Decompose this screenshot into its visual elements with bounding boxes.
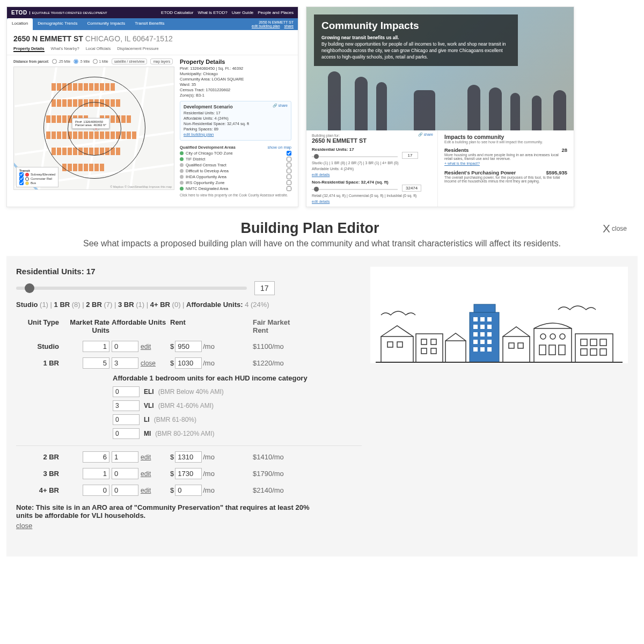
ru-value[interactable]: 17 (254, 281, 275, 295)
svg-rect-26 (503, 336, 530, 362)
svg-point-30 (540, 334, 546, 339)
bp-au-edit[interactable]: edit details (312, 173, 432, 177)
svg-rect-22 (487, 340, 492, 344)
mr-input[interactable]: 1 (83, 468, 109, 479)
editor-close[interactable]: X close (603, 222, 627, 235)
hero-title: Community Impacts (321, 20, 510, 32)
legend-bus[interactable] (19, 181, 24, 185)
legend-rail[interactable] (19, 177, 24, 181)
layers-toggle[interactable]: map layers (150, 58, 173, 64)
mr-input[interactable]: 6 (83, 451, 109, 463)
qda-check-4[interactable] (287, 174, 291, 179)
editor-title: Building Plan Editor (240, 220, 379, 237)
unit-row-4BR: 4+ BR 0 0edit $0/mo $2140/mo (16, 485, 362, 496)
assessor-link[interactable]: Click here to view this property on the … (180, 193, 291, 197)
nav-what[interactable]: What is ETOD? (197, 10, 227, 15)
svg-rect-20 (473, 340, 478, 344)
svg-rect-33 (539, 345, 546, 355)
app-logo: ETOD (11, 10, 27, 16)
rent-input[interactable]: 1310 (175, 451, 202, 463)
dev-share[interactable]: 🔗 share (273, 104, 288, 108)
svg-rect-27 (509, 343, 514, 348)
tab-community[interactable]: Community Impacts (83, 18, 130, 30)
au-input[interactable]: 0 (112, 485, 138, 496)
au-edit-link[interactable]: edit (141, 343, 151, 350)
building-plan-editor: Building Plan Editor X close See what im… (6, 220, 638, 557)
qda-check-0[interactable] (287, 151, 291, 156)
au-input[interactable]: 1 (112, 451, 138, 463)
hud-input[interactable]: 0 (113, 414, 140, 425)
editor-close-link[interactable]: close (16, 522, 32, 530)
tab-location[interactable]: Location (7, 18, 33, 30)
svg-rect-36 (575, 334, 613, 362)
bp-ru-slider[interactable] (312, 156, 398, 157)
qda-check-5[interactable] (287, 180, 291, 185)
au-input[interactable]: 0 (112, 468, 138, 479)
svg-rect-12 (480, 317, 485, 321)
rent-input[interactable]: 1730 (175, 468, 202, 479)
hud-input[interactable]: 0 (113, 428, 140, 439)
svg-rect-21 (480, 340, 485, 344)
svg-rect-11 (473, 317, 478, 321)
rent-input[interactable]: 950 (175, 341, 202, 352)
ptab-displacement[interactable]: Displacement Pressure (117, 46, 159, 52)
ru-slider[interactable] (16, 287, 247, 290)
bp-share[interactable]: 🔗 share (418, 133, 433, 137)
svg-rect-18 (480, 332, 485, 336)
nav-calc[interactable]: ETOD Calculator (161, 10, 193, 15)
bp-nrs-slider[interactable] (312, 189, 398, 190)
mr-input[interactable]: 5 (83, 357, 109, 369)
qda-check-2[interactable] (287, 163, 291, 167)
tab-demographics[interactable]: Demographic Trends (33, 18, 82, 30)
au-edit-link[interactable]: edit (141, 487, 151, 494)
svg-rect-24 (480, 347, 485, 352)
details-title: Property Details (180, 58, 291, 65)
au-edit-link[interactable]: edit (141, 470, 151, 478)
mr-input[interactable]: 1 (83, 341, 109, 352)
share-link[interactable]: share (284, 24, 294, 28)
qda-check-6[interactable] (287, 186, 291, 191)
svg-rect-40 (581, 349, 587, 355)
edit-plan-link[interactable]: edit building plan (252, 24, 280, 28)
mr-input[interactable]: 0 (83, 485, 109, 496)
top-nav: ETOD Calculator What is ETOD? User Guide… (161, 10, 294, 15)
svg-rect-34 (549, 345, 555, 355)
au-edit-link[interactable]: close (141, 360, 156, 367)
radius-1[interactable]: 1 Mile (93, 59, 108, 64)
hud-input[interactable]: 0 (113, 386, 140, 397)
rent-input[interactable]: 1030 (175, 357, 202, 369)
nav-guide[interactable]: User Guide (232, 10, 253, 15)
rent-input[interactable]: 0 (175, 485, 202, 496)
legend-subway[interactable] (19, 172, 24, 177)
au-input[interactable]: 3 (112, 357, 138, 369)
svg-rect-8 (445, 341, 466, 362)
ptab-officials[interactable]: Local Officials (86, 46, 111, 52)
map-popup: Pin#: 13264080450 Parcel area: 46392 ft² (72, 118, 109, 129)
svg-rect-1 (387, 342, 393, 347)
qda-check-3[interactable] (287, 169, 291, 173)
au-input[interactable]: 0 (112, 341, 138, 352)
satellite-toggle[interactable]: satellite / streetview (112, 58, 148, 64)
nav-people[interactable]: People and Places (258, 10, 294, 15)
au-edit-link[interactable]: edit (141, 453, 151, 461)
radius-5[interactable]: .5 Mile (74, 59, 90, 64)
ptab-nearby[interactable]: What's Nearby? (51, 46, 79, 52)
svg-rect-4 (421, 339, 427, 345)
impact-residents-link[interactable]: + what is the impact? (444, 162, 567, 165)
svg-rect-19 (487, 332, 492, 336)
tab-transit[interactable]: Transit Benefits (130, 18, 169, 30)
hud-input[interactable]: 3 (113, 400, 140, 411)
svg-point-31 (550, 334, 555, 339)
context-addr: 2650 N EMMETT ST (252, 20, 294, 24)
unit-row-Studio: Studio 1 0edit $950/mo $1100/mo (16, 341, 362, 352)
map[interactable]: Pin#: 13264080450 Parcel area: 46392 ft²… (13, 67, 174, 190)
svg-rect-28 (518, 343, 523, 348)
city-illustration (370, 267, 628, 363)
bp-nrs-edit[interactable]: edit details (312, 200, 432, 203)
qda-check-1[interactable] (287, 157, 291, 162)
svg-rect-23 (473, 347, 478, 352)
dev-edit-link[interactable]: edit building plan (184, 132, 288, 137)
svg-rect-38 (590, 339, 597, 346)
radius-25[interactable]: .25 Mile (52, 59, 70, 64)
ptab-details[interactable]: Property Details (13, 46, 45, 52)
